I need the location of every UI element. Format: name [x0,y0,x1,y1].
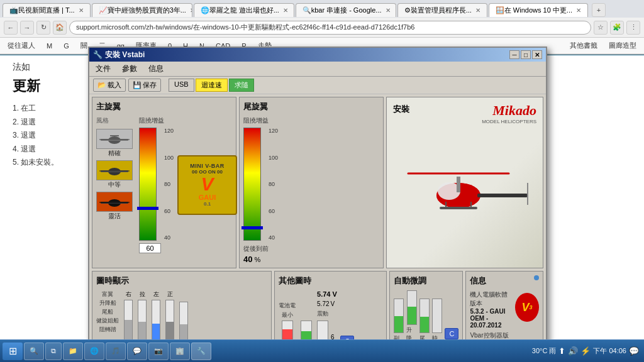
svg-rect-19 [457,177,460,192]
menu-button[interactable]: ⋮ [626,21,640,35]
tail-scale-100: 100 [269,155,278,161]
install-heli-illustration [387,116,543,268]
load-button[interactable]: 📂 載入 [93,79,126,92]
tab-2[interactable]: 📈 寶中經強勢股買賣的3年... ✕ [92,3,192,17]
taskbar-vstabi[interactable]: 🔧 [191,343,211,360]
ch4-bar[interactable] [165,300,174,344]
tray-network[interactable]: ⬆ [558,346,565,356]
heli-medium-image[interactable] [96,160,133,180]
menu-file[interactable]: 文件 [93,63,113,75]
heli-agile-container: 靈活 [96,192,133,221]
tab-4[interactable]: 🔍 kbar 串連接 - Google... ✕ [296,3,396,17]
assist-tab[interactable]: 求隨 [229,79,254,92]
info-title: 信息 [470,275,486,287]
device-brand: GAUI [199,194,216,201]
tab-1-close[interactable]: ✕ [79,7,84,14]
save-button[interactable]: 💾 保存 [128,79,161,92]
menu-info[interactable]: 信息 [146,63,166,75]
scale-120: 120 [164,128,174,134]
c-button-auto[interactable]: C [445,328,458,339]
install-title: 安裝 [393,104,409,115]
taskbar-search[interactable]: 🔍 [24,343,44,360]
tray-battery[interactable]: ⚡ [580,346,591,356]
gain-label: 阻撓增益 [139,116,174,125]
info-version1: 5.3.2 - GAUI OEM - 20.07.2012 [470,308,511,329]
taskbar-app-5[interactable]: 📷 [148,343,169,360]
tail-gain-label: 阻撓增益 [243,116,278,125]
scale-60: 60 [164,208,174,214]
other-sync-title: 其他圖時 [279,275,382,287]
tab-1-icon: 📺 [9,6,18,14]
bookmark-2[interactable]: M [43,41,56,50]
tray-notification[interactable]: 💬 [629,346,639,356]
clock-time: 下午 04:06 [593,346,626,356]
scale-40: 40 [164,234,174,241]
new-tab-button[interactable]: + [592,3,606,17]
tray-volume[interactable]: 🔊 [568,346,578,356]
gain-slider-thumb[interactable] [137,207,158,210]
refresh-button[interactable]: ↻ [36,21,50,35]
bookmark-star[interactable]: ☆ [594,21,608,35]
maximize-button[interactable]: □ [521,50,531,59]
tab-4-close[interactable]: ✕ [386,7,391,14]
ch3-bar[interactable] [152,300,160,344]
extension-btn[interactable]: 🧩 [610,21,624,35]
tab-5[interactable]: ⚙ 裝置管理員程序長... ✕ [397,3,487,17]
heli-precise-container: 精確 [96,129,133,158]
voltage2-reading-row: 5.72 V [317,300,354,307]
tail-rotor-title: 尾旋翼 [243,101,379,112]
taskbar-edge[interactable]: 🌐 [84,343,104,360]
tail-slider-thumb[interactable] [242,226,263,229]
menu-params[interactable]: 參數 [119,63,140,75]
device-text-1: MINI V-BAR [190,163,225,169]
tab-3-close[interactable]: ✕ [283,7,288,14]
tab-2-close[interactable]: ✕ [190,7,192,14]
tab-6-close[interactable]: ✕ [576,7,581,14]
usb-tab[interactable]: USB [169,79,194,92]
taskbar-app-6[interactable]: 🏢 [170,343,190,360]
forward-button[interactable]: → [20,21,34,35]
load-icon: 📂 [97,81,106,89]
save-icon: 💾 [133,81,142,89]
bookmark-other[interactable]: 其他書籤 [566,40,601,51]
ch2-bar[interactable] [138,300,147,344]
system-tray: 30°C 雨 ⬆ 🔊 ⚡ 下午 04:06 💬 [532,346,641,356]
taskbar-task-view[interactable]: ⧉ [45,343,62,360]
heli-3-label: 靈活 [96,212,133,221]
info-line1: 機人電腦軟體版本 [470,290,511,308]
tab-6[interactable]: 🪟 在 Windows 10 中更... ✕ [489,3,588,17]
tab-1[interactable]: 📺 民視新聞直播 | T... ✕ [3,3,91,17]
ch1-bar[interactable] [124,300,133,344]
taskbar-app-3[interactable]: 🎵 [106,343,126,360]
tab-5-icon: ⚙ [404,6,411,14]
heli-precise-image[interactable] [96,129,133,149]
file-explorer-icon: 📁 [69,347,77,355]
svg-rect-16 [440,207,477,209]
voltage-reading-row: 5.74 V [317,290,354,298]
heli-agile-image[interactable] [96,192,133,212]
minimize-button[interactable]: ─ [509,50,519,59]
ch1-bot-bot: 阻轉踏 [99,326,116,334]
close-button[interactable]: ✕ [532,50,542,59]
bookmark-3[interactable]: G [60,41,73,50]
bookmark-gallery[interactable]: 圖廊造型 [605,40,640,51]
tab-3[interactable]: 🌐 翠羅之龍 遊出場也好... ✕ [194,3,294,17]
install-heli-svg [396,148,534,236]
install-panel: Mikado MODEL HELICOPTERS 安裝 [386,97,543,268]
tab-5-close[interactable]: ✕ [475,7,480,14]
v2-unit: V [331,300,335,307]
start-button[interactable]: ⊞ [3,343,23,360]
taskbar-file-explorer[interactable]: 📁 [63,343,83,360]
home-button[interactable]: 🏠 [53,21,67,35]
taskbar-app-4[interactable]: 💬 [127,343,147,360]
back-button[interactable]: ← [4,21,18,35]
gain-slider-container [139,128,157,241]
address-bar[interactable] [69,21,591,35]
auto-bar-3 [419,299,430,333]
calib-tab[interactable]: 迴達速 [196,79,228,92]
gain-slider-row: 120 100 80 60 40 [139,128,174,241]
ch5-side-top [183,294,185,300]
bookmark-1[interactable]: 從往還人 [4,40,39,51]
info-header: 信息 [470,275,539,290]
dialog-titlebar: 🔧 安裝 Vstabi ─ □ ✕ [89,48,546,62]
